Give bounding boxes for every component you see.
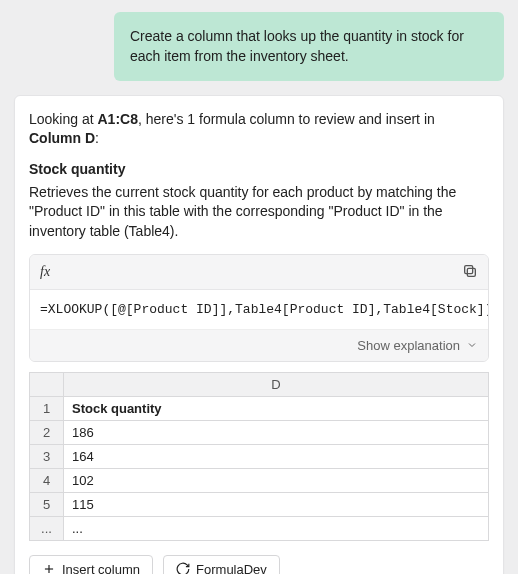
table-row: 2186 <box>30 420 489 444</box>
cell-value: 115 <box>64 492 489 516</box>
table-corner <box>30 372 64 396</box>
refresh-icon <box>176 562 190 574</box>
insert-column-label: Insert column <box>62 562 140 574</box>
table-row: 5115 <box>30 492 489 516</box>
table-row: 1Stock quantity <box>30 396 489 420</box>
assistant-card: Looking at A1:C8, here's 1 formula colum… <box>14 95 504 574</box>
formula-description: Retrieves the current stock quantity for… <box>29 183 489 242</box>
svg-rect-0 <box>467 268 475 276</box>
copy-icon[interactable] <box>462 263 478 281</box>
row-number: 5 <box>30 492 64 516</box>
formula-title: Stock quantity <box>29 161 489 177</box>
cell-value: 186 <box>64 420 489 444</box>
cell-value: 102 <box>64 468 489 492</box>
intro-col: Column D <box>29 130 95 146</box>
intro-range: A1:C8 <box>98 111 138 127</box>
cell-value: Stock quantity <box>64 396 489 420</box>
formuladev-button[interactable]: FormulaDev <box>163 555 280 574</box>
row-number: 1 <box>30 396 64 420</box>
show-explanation-label: Show explanation <box>357 338 460 353</box>
formula-text[interactable]: =XLOOKUP([@[Product ID]],Table4[Product … <box>30 290 488 330</box>
action-row: Insert column FormulaDev <box>29 555 489 574</box>
formuladev-label: FormulaDev <box>196 562 267 574</box>
fx-label: fx <box>40 264 50 280</box>
user-message-row: Create a column that looks up the quanti… <box>14 12 504 81</box>
intro-suffix: : <box>95 130 99 146</box>
table-row: 4102 <box>30 468 489 492</box>
row-number: 4 <box>30 468 64 492</box>
table-row: 3164 <box>30 444 489 468</box>
preview-table: D 1Stock quantity2186316441025115...... <box>29 372 489 541</box>
row-number: ... <box>30 516 64 540</box>
chevron-down-icon <box>466 339 478 351</box>
user-message-bubble: Create a column that looks up the quanti… <box>114 12 504 81</box>
table-row: ...... <box>30 516 489 540</box>
user-message-text: Create a column that looks up the quanti… <box>130 28 464 64</box>
svg-rect-1 <box>465 265 473 273</box>
row-number: 3 <box>30 444 64 468</box>
show-explanation-toggle[interactable]: Show explanation <box>30 330 488 361</box>
preview-table-body: 1Stock quantity2186316441025115...... <box>30 396 489 540</box>
formula-header: fx <box>30 255 488 290</box>
cell-value: ... <box>64 516 489 540</box>
intro-text: Looking at A1:C8, here's 1 formula colum… <box>29 110 489 149</box>
cell-value: 164 <box>64 444 489 468</box>
intro-prefix: Looking at <box>29 111 98 127</box>
column-letter-D: D <box>64 372 489 396</box>
plus-icon <box>42 562 56 574</box>
intro-mid: , here's 1 formula column to review and … <box>138 111 435 127</box>
insert-column-button[interactable]: Insert column <box>29 555 153 574</box>
formula-box: fx =XLOOKUP([@[Product ID]],Table4[Produ… <box>29 254 489 362</box>
row-number: 2 <box>30 420 64 444</box>
